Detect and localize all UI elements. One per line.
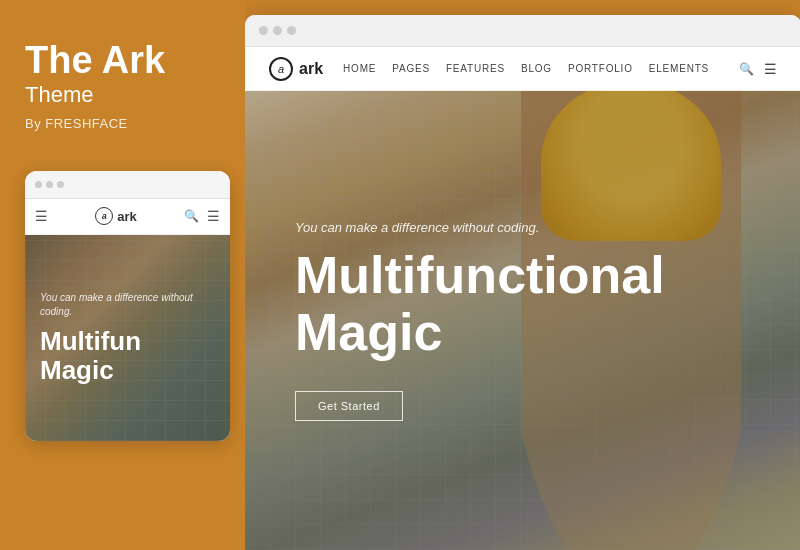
app-subtitle: Theme <box>25 82 220 108</box>
desktop-dot-red <box>259 26 268 35</box>
mobile-search-icon[interactable]: 🔍 <box>184 209 199 223</box>
mobile-nav: ☰ a ark 🔍 ☰ <box>25 199 230 235</box>
desktop-dot-yellow <box>273 26 282 35</box>
nav-link-elements[interactable]: ELEMENTS <box>649 63 709 74</box>
mobile-headline-line2: Magic <box>40 356 215 385</box>
desktop-dot-green <box>287 26 296 35</box>
desktop-nav-links: HOME PAGES FEATURES BLOG PORTFOLIO ELEME… <box>343 63 709 74</box>
mobile-browser-bar <box>25 171 230 199</box>
desktop-headline: Multifunctional Magic <box>295 247 751 361</box>
desktop-hero: You can make a difference without coding… <box>245 91 800 550</box>
desktop-browser-bar <box>245 15 800 47</box>
desktop-hero-overlay: You can make a difference without coding… <box>245 91 800 550</box>
app-author: By FRESHFACE <box>25 116 220 131</box>
mobile-nav-icons: 🔍 ☰ <box>184 208 220 224</box>
desktop-logo-text: ark <box>299 60 323 78</box>
app-title: The Ark <box>25 40 220 82</box>
desktop-cta-button[interactable]: Get Started <box>295 391 403 421</box>
mobile-hero-overlay: You can make a difference without coding… <box>25 235 230 441</box>
mobile-dot-green <box>57 181 64 188</box>
mobile-menu-icon[interactable]: ☰ <box>207 208 220 224</box>
desktop-area: a ark HOME PAGES FEATURES BLOG PORTFOLIO… <box>245 0 800 550</box>
mobile-hamburger-icon[interactable]: ☰ <box>35 208 48 224</box>
mobile-logo: a ark <box>95 207 137 225</box>
sidebar: The Ark Theme By FRESHFACE ☰ a ark 🔍 ☰ <box>0 0 245 550</box>
mobile-headline: Multifun Magic <box>40 327 215 384</box>
desktop-menu-icon[interactable]: ☰ <box>764 61 777 77</box>
desktop-nav: a ark HOME PAGES FEATURES BLOG PORTFOLIO… <box>245 47 800 91</box>
mobile-logo-text: ark <box>117 209 137 224</box>
mobile-window-dots <box>35 181 64 188</box>
mobile-tagline: You can make a difference without coding… <box>40 291 215 319</box>
nav-link-blog[interactable]: BLOG <box>521 63 552 74</box>
mobile-dot-red <box>35 181 42 188</box>
desktop-logo-circle: a <box>269 57 293 81</box>
mobile-headline-line1: Multifun <box>40 327 215 356</box>
desktop-nav-icons: 🔍 ☰ <box>739 61 777 77</box>
desktop-search-icon[interactable]: 🔍 <box>739 62 754 76</box>
desktop-tagline: You can make a difference without coding… <box>295 220 539 235</box>
nav-link-features[interactable]: FEATURES <box>446 63 505 74</box>
nav-link-portfolio[interactable]: PORTFOLIO <box>568 63 633 74</box>
nav-link-home[interactable]: HOME <box>343 63 376 74</box>
mobile-preview: ☰ a ark 🔍 ☰ You can make a difference wi… <box>25 171 230 441</box>
mobile-dot-yellow <box>46 181 53 188</box>
mobile-hero: You can make a difference without coding… <box>25 235 230 441</box>
desktop-logo: a ark <box>269 57 323 81</box>
nav-link-pages[interactable]: PAGES <box>392 63 430 74</box>
desktop-preview: a ark HOME PAGES FEATURES BLOG PORTFOLIO… <box>245 15 800 550</box>
mobile-logo-circle: a <box>95 207 113 225</box>
desktop-window-dots <box>259 26 296 35</box>
